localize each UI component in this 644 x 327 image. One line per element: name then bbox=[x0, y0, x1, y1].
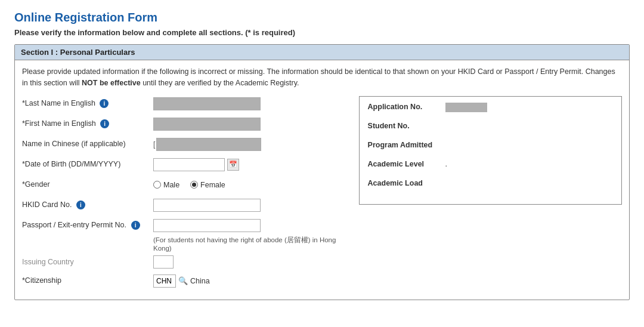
issuing-input[interactable] bbox=[153, 255, 174, 269]
chinese-name-row: Name in Chinese (if applicable) [ bbox=[22, 137, 349, 152]
passport-info-icon[interactable]: i bbox=[131, 221, 140, 230]
female-label: Female bbox=[200, 181, 225, 189]
hkid-label: HKID Card No. i bbox=[22, 200, 153, 211]
section-notice: Please provide updated information if th… bbox=[22, 66, 622, 89]
program-label: Program Admitted bbox=[368, 141, 445, 149]
passport-subtitle: (For students not having the right of ab… bbox=[153, 236, 349, 252]
citizenship-row: *Citizenship 🔍 China bbox=[22, 273, 349, 289]
passport-input[interactable] bbox=[153, 219, 261, 232]
academic-level-label: Academic Level bbox=[368, 160, 445, 168]
citizenship-name: China bbox=[190, 277, 210, 285]
app-no-row: Application No. bbox=[368, 103, 613, 116]
first-name-info-icon[interactable]: i bbox=[100, 119, 109, 128]
app-no-label: Application No. bbox=[368, 103, 445, 111]
last-name-blurred bbox=[153, 97, 261, 110]
dob-area: 📅 bbox=[153, 158, 239, 171]
academic-level-row: Academic Level . bbox=[368, 160, 613, 173]
last-name-info-icon[interactable]: i bbox=[100, 99, 109, 108]
female-radio-dot bbox=[192, 183, 196, 187]
student-no-label: Student No. bbox=[368, 122, 445, 130]
gender-row: *Gender Male Female bbox=[22, 177, 349, 193]
app-no-value bbox=[445, 103, 487, 112]
section1-header: Section I : Personal Particulars bbox=[15, 45, 629, 60]
first-name-label: *First Name in English i bbox=[22, 119, 153, 129]
page-subtitle: Please verify the information below and … bbox=[14, 28, 630, 37]
gender-label: *Gender bbox=[22, 180, 153, 190]
notice-bold: NOT be effective bbox=[82, 79, 141, 87]
page-title: Online Registration Form bbox=[14, 11, 630, 24]
hkid-input[interactable] bbox=[153, 199, 261, 212]
info-panel: Application No. Student No. Program Admi… bbox=[359, 96, 622, 205]
section1-box: Section I : Personal Particulars Please … bbox=[14, 44, 630, 300]
gender-area: Male Female bbox=[153, 181, 225, 189]
section1-body: Please provide updated information if th… bbox=[15, 60, 629, 300]
academic-load-row: Academic Load bbox=[368, 179, 613, 192]
program-row: Program Admitted bbox=[368, 141, 613, 154]
citizenship-code-input[interactable] bbox=[153, 274, 176, 288]
last-name-label: *Last Name in English i bbox=[22, 98, 153, 109]
chinese-name-label: Name in Chinese (if applicable) bbox=[22, 139, 153, 150]
issuing-row: Issuing Country bbox=[22, 255, 349, 269]
student-no-row: Student No. bbox=[368, 122, 613, 135]
form-area: *Last Name in English i *First Name in E… bbox=[22, 96, 622, 294]
issuing-label: Issuing Country bbox=[22, 258, 153, 266]
gender-male-option[interactable]: Male bbox=[153, 181, 179, 189]
first-name-blurred bbox=[153, 118, 261, 131]
passport-row: Passport / Exit-entry Permit No. i bbox=[22, 218, 349, 233]
male-label: Male bbox=[163, 181, 179, 189]
notice-text-end: until they are verified by the Academic … bbox=[141, 79, 299, 87]
male-radio[interactable] bbox=[153, 181, 161, 189]
academic-load-label: Academic Load bbox=[368, 179, 445, 187]
gender-female-option[interactable]: Female bbox=[190, 181, 225, 189]
hkid-row: HKID Card No. i bbox=[22, 198, 349, 213]
female-radio[interactable] bbox=[190, 181, 198, 189]
first-name-row: *First Name in English i bbox=[22, 116, 349, 132]
chinese-name-blurred bbox=[156, 138, 261, 151]
hkid-info-icon[interactable]: i bbox=[76, 200, 85, 209]
form-left: *Last Name in English i *First Name in E… bbox=[22, 96, 349, 294]
citizenship-label: *Citizenship bbox=[22, 276, 153, 286]
dob-row: *Date of Birth (DD/MM/YYYY) 📅 bbox=[22, 157, 349, 172]
dob-label: *Date of Birth (DD/MM/YYYY) bbox=[22, 159, 153, 170]
passport-label: Passport / Exit-entry Permit No. i bbox=[22, 220, 153, 231]
academic-level-value: . bbox=[445, 160, 447, 168]
last-name-row: *Last Name in English i bbox=[22, 96, 349, 112]
dob-input[interactable] bbox=[153, 158, 225, 171]
citizenship-area: 🔍 China bbox=[153, 274, 210, 288]
citizenship-search-icon[interactable]: 🔍 bbox=[178, 276, 188, 285]
calendar-icon[interactable]: 📅 bbox=[227, 159, 239, 171]
